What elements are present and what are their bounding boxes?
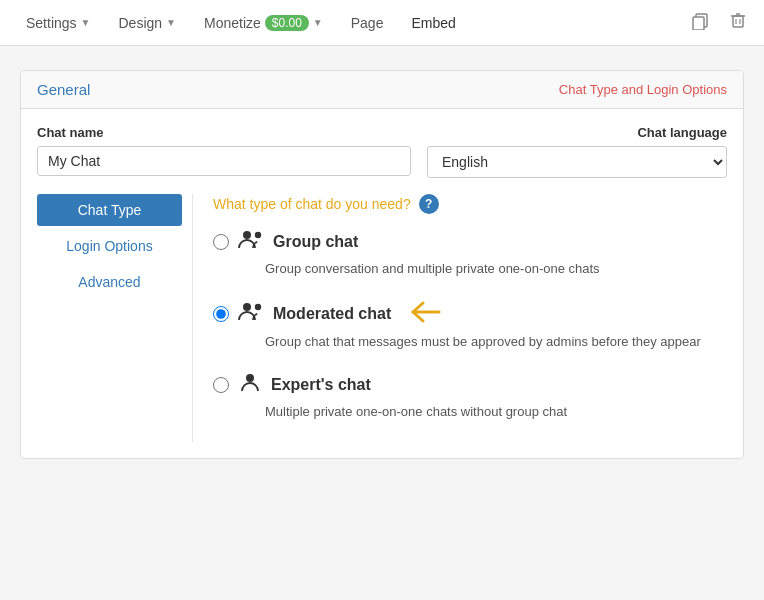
two-column-layout: Chat Type Login Options Advanced What ty…: [37, 194, 727, 442]
svg-rect-2: [733, 16, 743, 27]
general-card: General Chat Type and Login Options Chat…: [20, 70, 744, 459]
nav-chat-type[interactable]: Chat Type: [37, 194, 182, 226]
delete-button[interactable]: [724, 6, 752, 39]
svg-point-11: [246, 374, 254, 382]
nav-settings-label: Settings: [26, 15, 77, 31]
nav-settings[interactable]: Settings ▼: [12, 0, 105, 45]
nav-right-actions: [686, 6, 752, 39]
chat-option-expert: Expert's chat Multiple private one-on-on…: [213, 371, 727, 421]
moderated-chat-title: Moderated chat: [273, 305, 391, 323]
design-caret-icon: ▼: [166, 17, 176, 28]
chat-option-group-row: Group chat: [213, 228, 727, 256]
monetize-caret-icon: ▼: [313, 17, 323, 28]
svg-point-8: [255, 232, 261, 238]
top-navigation: Settings ▼ Design ▼ Monetize $0.00 ▼ Pag…: [0, 0, 764, 46]
chat-name-label: Chat name: [37, 125, 411, 140]
chat-type-question-text: What type of chat do you need?: [213, 196, 411, 212]
group-chat-icon: [237, 228, 265, 256]
chat-type-question-row: What type of chat do you need? ?: [213, 194, 727, 214]
chat-option-moderated-row: Moderated chat: [213, 298, 727, 329]
expert-chat-desc: Multiple private one-on-one chats withou…: [265, 403, 727, 421]
chat-language-group: Chat language English Spanish French Ger…: [427, 125, 727, 178]
monetize-badge: $0.00: [265, 15, 309, 31]
group-chat-desc: Group conversation and multiple private …: [265, 260, 727, 278]
chat-language-label: Chat language: [427, 125, 727, 140]
moderated-arrow-icon: [405, 298, 441, 329]
chat-option-moderated: Moderated chat Group chat that messages …: [213, 298, 727, 351]
moderated-chat-desc: Group chat that messages must be approve…: [265, 333, 727, 351]
nav-login-options[interactable]: Login Options: [37, 230, 182, 262]
card-body: Chat name Chat language English Spanish …: [21, 109, 743, 458]
svg-point-9: [243, 303, 251, 311]
sidebar-navigation: Chat Type Login Options Advanced: [37, 194, 192, 442]
nav-monetize[interactable]: Monetize $0.00 ▼: [190, 0, 337, 45]
nav-advanced[interactable]: Advanced: [37, 266, 182, 298]
svg-point-10: [255, 303, 261, 309]
form-row-top: Chat name Chat language English Spanish …: [37, 125, 727, 178]
expert-chat-icon: [237, 371, 263, 399]
svg-rect-1: [693, 17, 704, 30]
nav-design-label: Design: [119, 15, 163, 31]
svg-point-7: [243, 231, 251, 239]
radio-group-chat[interactable]: [213, 234, 229, 250]
expert-chat-title: Expert's chat: [271, 376, 371, 394]
settings-caret-icon: ▼: [81, 17, 91, 28]
nav-embed[interactable]: Embed: [397, 0, 469, 45]
radio-expert-chat[interactable]: [213, 377, 229, 393]
radio-moderated-chat[interactable]: [213, 306, 229, 322]
chat-name-input[interactable]: [37, 146, 411, 176]
content-area: General Chat Type and Login Options Chat…: [0, 46, 764, 483]
copy-button[interactable]: [686, 6, 714, 39]
nav-page[interactable]: Page: [337, 0, 398, 45]
moderated-chat-icon: [237, 300, 265, 328]
group-chat-title: Group chat: [273, 233, 358, 251]
nav-embed-label: Embed: [411, 15, 455, 31]
chat-name-group: Chat name: [37, 125, 411, 176]
card-header-link[interactable]: Chat Type and Login Options: [559, 82, 727, 97]
right-panel: What type of chat do you need? ?: [192, 194, 727, 442]
card-title: General: [37, 81, 90, 98]
nav-monetize-label: Monetize: [204, 15, 261, 31]
chat-language-select[interactable]: English Spanish French German Portuguese: [427, 146, 727, 178]
card-header: General Chat Type and Login Options: [21, 71, 743, 109]
chat-option-group: Group chat Group conversation and multip…: [213, 228, 727, 278]
help-icon[interactable]: ?: [419, 194, 439, 214]
chat-option-expert-row: Expert's chat: [213, 371, 727, 399]
nav-page-label: Page: [351, 15, 384, 31]
nav-design[interactable]: Design ▼: [105, 0, 191, 45]
